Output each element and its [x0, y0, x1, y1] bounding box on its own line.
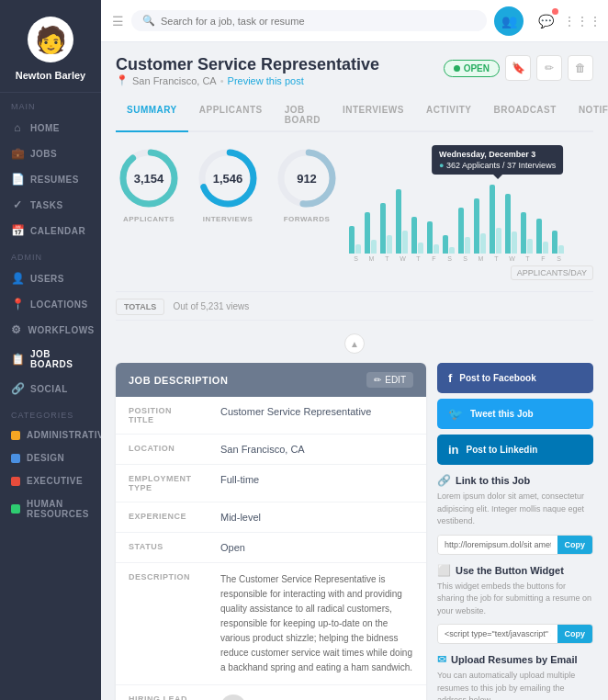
- job-boards-icon: 📋: [11, 353, 24, 366]
- sidebar-item-tasks[interactable]: ✓ Tasks: [0, 192, 101, 218]
- notification-dot: [552, 8, 558, 15]
- bookmark-button[interactable]: 🔖: [505, 55, 531, 81]
- applicants-bar: [458, 208, 464, 254]
- sidebar-item-locations[interactable]: 📍 Locations: [0, 291, 101, 317]
- applicants-donut: 3,154 Applicants: [116, 145, 182, 223]
- sidebar-item-label: Calendar: [30, 226, 85, 236]
- sidebar-item-jobs[interactable]: 💼 Jobs: [0, 141, 101, 166]
- sidebar-item-social[interactable]: 🔗 Social: [0, 376, 101, 401]
- bar-group: [427, 221, 439, 254]
- button-copy-button[interactable]: Copy: [557, 625, 593, 643]
- email-icon: ✉: [437, 653, 446, 666]
- collapse-button[interactable]: ▲: [344, 333, 365, 354]
- jd-card-header: JOB DESCRIPTION ✏ EDIT: [116, 363, 426, 397]
- post-to-linkedin-button[interactable]: in Post to Linkedin: [437, 435, 593, 465]
- search-bar[interactable]: 🔍: [131, 10, 487, 31]
- totals-left: TOTALS Out of 5,231 views: [116, 299, 249, 312]
- sidebar-item-label: Social: [30, 384, 68, 394]
- sidebar-admin-nav: 👤 Users 📍 Locations ⚙ Workflows 📋 Job Bo…: [0, 265, 101, 401]
- sidebar-item-home[interactable]: ⌂ Home: [0, 115, 101, 141]
- add-user-button[interactable]: 👥: [494, 6, 524, 36]
- preview-link[interactable]: Preview this post: [228, 75, 304, 86]
- category-label: Human Resources: [27, 499, 90, 519]
- interviews-bar: [402, 231, 408, 254]
- sidebar-category-administrative[interactable]: Administrative: [0, 423, 101, 446]
- grid-button[interactable]: ⋮⋮⋮: [568, 6, 597, 36]
- sidebar-item-label: Home: [30, 123, 60, 133]
- tab-applicants[interactable]: Applicants: [188, 99, 274, 132]
- link-widget-title: 🔗 Link to this Job: [437, 474, 593, 487]
- interviews-bar: [480, 233, 486, 254]
- location-pin-icon: 📍: [116, 74, 129, 86]
- sidebar-item-label: Users: [30, 274, 64, 284]
- bar-group: [365, 212, 377, 254]
- applicants-bar: [521, 212, 526, 254]
- sidebar-item-label: Resumes: [30, 175, 79, 185]
- tab-job-board[interactable]: Job Board: [274, 99, 332, 132]
- applicants-bar: [349, 226, 355, 254]
- sidebar-category-human-resources[interactable]: Human Resources: [0, 492, 101, 525]
- tab-broadcast[interactable]: Broadcast: [482, 99, 567, 132]
- chart-bars: [349, 171, 593, 254]
- donut-stats: 3,154 Applicants 1,546: [116, 145, 340, 223]
- table-row: HIRING LEAD 👨 Tom Tizzy: [116, 685, 426, 701]
- bar-group: [349, 226, 361, 254]
- sidebar-item-job-boards[interactable]: 📋 Job Boards: [0, 343, 101, 376]
- category-label: Executive: [27, 476, 83, 486]
- tasks-icon: ✓: [11, 198, 24, 211]
- table-row: EMPLOYMENT TYPE Full-time: [116, 465, 426, 502]
- tab-summary[interactable]: Summary: [116, 99, 188, 132]
- sidebar-item-resumes[interactable]: 📄 Resumes: [0, 166, 101, 192]
- sidebar-item-workflows[interactable]: ⚙ Workflows: [0, 317, 101, 343]
- tooltip-applicants: ● 362 Applicants / 37 Interviews: [439, 161, 556, 170]
- link-icon: 🔗: [437, 474, 451, 487]
- edit-button[interactable]: ✏: [536, 55, 562, 81]
- link-copy-wrap: Copy: [437, 535, 593, 555]
- page-title: Customer Service Representative: [116, 55, 379, 74]
- tab-notifications[interactable]: Notifications: [568, 99, 608, 132]
- tabs-bar: Summary Applicants Job Board Interviews …: [116, 99, 593, 132]
- applicants-donut-canvas: 3,154: [116, 145, 182, 211]
- messages-topbar-icon-wrap: 💬: [531, 6, 560, 36]
- bar-group: [411, 217, 423, 254]
- sidebar-item-label: Workflows: [28, 325, 95, 335]
- locations-icon: 📍: [11, 298, 24, 310]
- link-url-input[interactable]: [438, 536, 557, 554]
- search-input[interactable]: [161, 16, 476, 27]
- bar-group: [443, 235, 455, 254]
- x-label: M: [365, 255, 378, 262]
- link-copy-button[interactable]: Copy: [557, 536, 593, 554]
- topbar: ☰ 🔍 👥 💬 ⋮⋮⋮: [101, 0, 608, 42]
- facebook-icon: f: [448, 371, 452, 385]
- interviews-bar: [449, 247, 455, 254]
- bar-group: [505, 194, 517, 254]
- delete-button[interactable]: 🗑: [568, 55, 593, 81]
- chart-tooltip: Wednesday, December 3 ● 362 Applicants /…: [432, 145, 563, 175]
- hiring-lead-avatar: 👨: [220, 694, 246, 700]
- button-code-input[interactable]: [438, 625, 557, 643]
- bar-groups: [349, 185, 566, 254]
- menu-icon[interactable]: ☰: [112, 14, 124, 28]
- sidebar-category-executive[interactable]: Executive: [0, 469, 101, 492]
- applicants-per-day-label: APPLICANTS/DAY: [349, 265, 593, 278]
- sidebar: 🧑 Newton Barley Main ⌂ Home 💼 Jobs 📄 Res…: [0, 0, 101, 700]
- post-to-facebook-button[interactable]: f Post to Facebook: [437, 363, 593, 393]
- sidebar-item-calendar[interactable]: 📅 Calendar: [0, 218, 101, 243]
- applicants-bar: [396, 189, 401, 254]
- interviews-bar: [527, 239, 533, 254]
- email-widget: ✉ Upload Resumes by Email You can automa…: [437, 653, 593, 700]
- sidebar-category-design[interactable]: Design: [0, 446, 101, 469]
- bar-group: [521, 212, 533, 254]
- tab-interviews[interactable]: Interviews: [332, 99, 415, 132]
- tweet-this-job-button[interactable]: 🐦 Tweet this Job: [437, 399, 593, 429]
- two-col-layout: JOB DESCRIPTION ✏ EDIT POSITION TITLE Cu…: [116, 363, 593, 700]
- jd-edit-button[interactable]: ✏ EDIT: [366, 372, 413, 388]
- collapse-button-wrap: ▲: [116, 333, 593, 354]
- x-label: T: [380, 255, 394, 262]
- x-label: T: [490, 255, 503, 262]
- forwards-donut: 912 Forwards: [274, 145, 340, 223]
- interviews-value: 1,546: [213, 173, 243, 185]
- tab-activity[interactable]: Activity: [415, 99, 483, 132]
- main-content: ☰ 🔍 👥 💬 ⋮⋮⋮ Customer Service Representat…: [101, 0, 608, 700]
- sidebar-item-users[interactable]: 👤 Users: [0, 265, 101, 291]
